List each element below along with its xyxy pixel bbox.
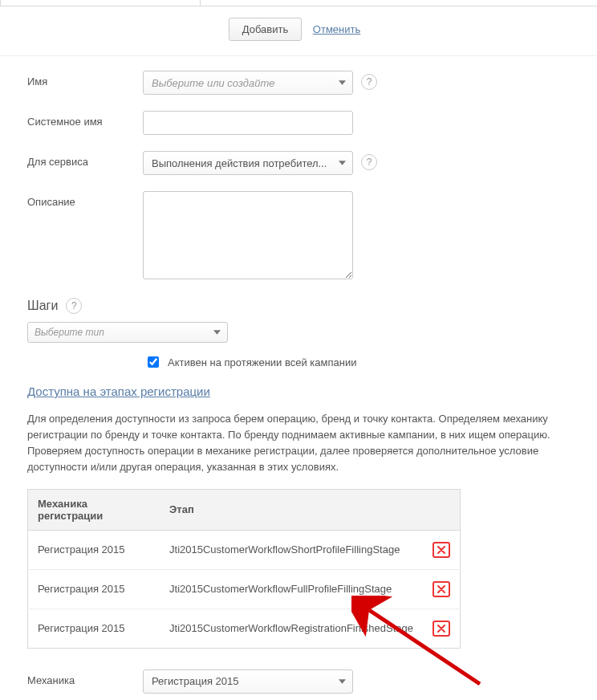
chevron-down-icon (339, 679, 346, 684)
cell-mechanic: Регистрация 2015 (28, 608, 160, 648)
table-row: Регистрация 2015Jti2015CustomerWorkflowS… (28, 530, 461, 569)
mechanic-label: Механика (27, 669, 143, 686)
availability-heading-link[interactable]: Доступна на этапах регистрации (27, 385, 210, 398)
help-icon[interactable]: ? (66, 298, 82, 314)
help-icon[interactable]: ? (361, 154, 377, 170)
name-combobox-value: Выберите или создайте (152, 77, 275, 89)
cell-stage: Jti2015CustomerWorkflowFullProfileFillin… (160, 569, 423, 608)
service-label: Для сервиса (27, 151, 143, 168)
mechanic-combobox[interactable]: Регистрация 2015 (143, 669, 353, 694)
description-label: Описание (27, 191, 143, 208)
name-label: Имя (27, 71, 143, 88)
step-type-placeholder: Выберите тип (35, 327, 104, 338)
delete-row-button[interactable] (433, 621, 450, 637)
delete-row-button[interactable] (433, 542, 450, 558)
step-type-combobox[interactable]: Выберите тип (27, 322, 228, 343)
cell-mechanic: Регистрация 2015 (28, 569, 160, 608)
chevron-down-icon (339, 80, 346, 85)
mechanic-combobox-value: Регистрация 2015 (152, 675, 239, 687)
active-checkbox[interactable] (148, 356, 159, 368)
description-textarea[interactable] (143, 191, 353, 279)
name-combobox[interactable]: Выберите или создайте (143, 71, 353, 95)
table-row: Регистрация 2015Jti2015CustomerWorkflowF… (28, 569, 461, 608)
chevron-down-icon (213, 330, 221, 335)
col-stage: Этап (160, 489, 423, 530)
sysname-label: Системное имя (27, 111, 143, 128)
active-checkbox-label: Активен на протяжении всей кампании (168, 356, 356, 368)
delete-row-button[interactable] (433, 581, 450, 597)
availability-description: Для определения доступности из запроса б… (27, 411, 570, 476)
table-row: Регистрация 2015Jti2015CustomerWorkflowR… (28, 608, 461, 648)
help-icon[interactable]: ? (361, 74, 377, 90)
service-combobox[interactable]: Выполнения действия потребител... (143, 151, 353, 175)
cell-mechanic: Регистрация 2015 (28, 530, 160, 569)
chevron-down-icon (339, 161, 346, 165)
col-mechanic: Механика регистрации (28, 489, 160, 530)
cell-stage: Jti2015CustomerWorkflowRegistrationFinis… (160, 608, 423, 648)
cell-stage: Jti2015CustomerWorkflowShortProfileFilli… (160, 530, 423, 569)
cancel-button[interactable]: Отменить (305, 18, 368, 40)
add-button[interactable]: Добавить (229, 18, 302, 41)
steps-title: Шаги (27, 299, 58, 313)
stages-table: Механика регистрации Этап Регистрация 20… (27, 489, 461, 649)
service-combobox-value: Выполнения действия потребител... (152, 157, 327, 169)
sysname-input[interactable] (143, 111, 353, 135)
